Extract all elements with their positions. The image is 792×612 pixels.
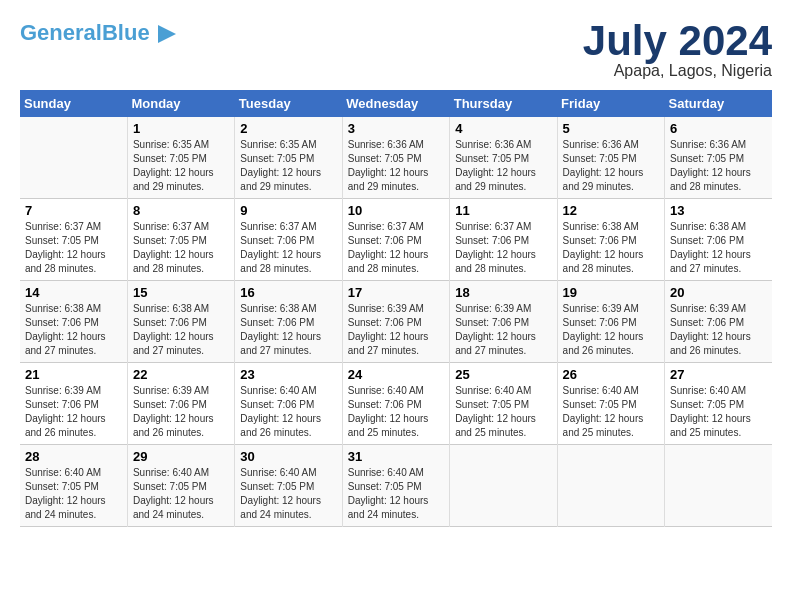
day-info: Sunrise: 6:40 AMSunset: 7:05 PMDaylight:… — [25, 466, 122, 522]
day-info: Sunrise: 6:40 AMSunset: 7:05 PMDaylight:… — [455, 384, 551, 440]
day-number: 17 — [348, 285, 444, 300]
calendar-week-row: 28Sunrise: 6:40 AMSunset: 7:05 PMDayligh… — [20, 445, 772, 527]
day-info: Sunrise: 6:38 AMSunset: 7:06 PMDaylight:… — [25, 302, 122, 358]
day-number: 7 — [25, 203, 122, 218]
day-info: Sunrise: 6:36 AMSunset: 7:05 PMDaylight:… — [348, 138, 444, 194]
day-info: Sunrise: 6:36 AMSunset: 7:05 PMDaylight:… — [455, 138, 551, 194]
day-number: 25 — [455, 367, 551, 382]
day-number: 12 — [563, 203, 659, 218]
calendar-cell: 11Sunrise: 6:37 AMSunset: 7:06 PMDayligh… — [450, 199, 557, 281]
calendar-week-row: 14Sunrise: 6:38 AMSunset: 7:06 PMDayligh… — [20, 281, 772, 363]
calendar-cell: 27Sunrise: 6:40 AMSunset: 7:05 PMDayligh… — [665, 363, 772, 445]
day-info: Sunrise: 6:37 AMSunset: 7:06 PMDaylight:… — [240, 220, 336, 276]
day-number: 16 — [240, 285, 336, 300]
logo-text: GeneralBlue — [20, 20, 176, 46]
weekday-header: Thursday — [450, 90, 557, 117]
calendar-cell: 6Sunrise: 6:36 AMSunset: 7:05 PMDaylight… — [665, 117, 772, 199]
calendar-cell: 31Sunrise: 6:40 AMSunset: 7:05 PMDayligh… — [342, 445, 449, 527]
day-info: Sunrise: 6:40 AMSunset: 7:05 PMDaylight:… — [133, 466, 229, 522]
day-info: Sunrise: 6:40 AMSunset: 7:05 PMDaylight:… — [240, 466, 336, 522]
weekday-header: Sunday — [20, 90, 127, 117]
day-info: Sunrise: 6:38 AMSunset: 7:06 PMDaylight:… — [670, 220, 767, 276]
calendar-cell: 10Sunrise: 6:37 AMSunset: 7:06 PMDayligh… — [342, 199, 449, 281]
day-number: 13 — [670, 203, 767, 218]
day-info: Sunrise: 6:37 AMSunset: 7:05 PMDaylight:… — [25, 220, 122, 276]
day-number: 4 — [455, 121, 551, 136]
day-info: Sunrise: 6:40 AMSunset: 7:05 PMDaylight:… — [670, 384, 767, 440]
logo: GeneralBlue — [20, 20, 176, 46]
day-info: Sunrise: 6:40 AMSunset: 7:06 PMDaylight:… — [348, 384, 444, 440]
calendar-cell: 17Sunrise: 6:39 AMSunset: 7:06 PMDayligh… — [342, 281, 449, 363]
calendar-cell: 29Sunrise: 6:40 AMSunset: 7:05 PMDayligh… — [127, 445, 234, 527]
logo-general: General — [20, 20, 102, 45]
day-info: Sunrise: 6:40 AMSunset: 7:05 PMDaylight:… — [348, 466, 444, 522]
calendar-cell: 28Sunrise: 6:40 AMSunset: 7:05 PMDayligh… — [20, 445, 127, 527]
calendar-cell: 5Sunrise: 6:36 AMSunset: 7:05 PMDaylight… — [557, 117, 664, 199]
day-info: Sunrise: 6:39 AMSunset: 7:06 PMDaylight:… — [670, 302, 767, 358]
day-number: 5 — [563, 121, 659, 136]
calendar-cell — [450, 445, 557, 527]
weekday-row: SundayMondayTuesdayWednesdayThursdayFrid… — [20, 90, 772, 117]
day-number: 1 — [133, 121, 229, 136]
calendar-week-row: 1Sunrise: 6:35 AMSunset: 7:05 PMDaylight… — [20, 117, 772, 199]
day-info: Sunrise: 6:35 AMSunset: 7:05 PMDaylight:… — [133, 138, 229, 194]
day-number: 6 — [670, 121, 767, 136]
calendar-cell: 21Sunrise: 6:39 AMSunset: 7:06 PMDayligh… — [20, 363, 127, 445]
calendar-cell: 9Sunrise: 6:37 AMSunset: 7:06 PMDaylight… — [235, 199, 342, 281]
calendar-cell: 24Sunrise: 6:40 AMSunset: 7:06 PMDayligh… — [342, 363, 449, 445]
calendar-cell: 18Sunrise: 6:39 AMSunset: 7:06 PMDayligh… — [450, 281, 557, 363]
day-info: Sunrise: 6:38 AMSunset: 7:06 PMDaylight:… — [240, 302, 336, 358]
day-info: Sunrise: 6:38 AMSunset: 7:06 PMDaylight:… — [133, 302, 229, 358]
weekday-header: Saturday — [665, 90, 772, 117]
weekday-header: Wednesday — [342, 90, 449, 117]
calendar-cell — [557, 445, 664, 527]
calendar-cell: 15Sunrise: 6:38 AMSunset: 7:06 PMDayligh… — [127, 281, 234, 363]
day-info: Sunrise: 6:40 AMSunset: 7:06 PMDaylight:… — [240, 384, 336, 440]
day-info: Sunrise: 6:39 AMSunset: 7:06 PMDaylight:… — [25, 384, 122, 440]
calendar-cell: 26Sunrise: 6:40 AMSunset: 7:05 PMDayligh… — [557, 363, 664, 445]
calendar-week-row: 7Sunrise: 6:37 AMSunset: 7:05 PMDaylight… — [20, 199, 772, 281]
svg-marker-0 — [158, 25, 176, 43]
title-area: July 2024 Apapa, Lagos, Nigeria — [583, 20, 772, 80]
day-info: Sunrise: 6:39 AMSunset: 7:06 PMDaylight:… — [455, 302, 551, 358]
calendar-table: SundayMondayTuesdayWednesdayThursdayFrid… — [20, 90, 772, 527]
location: Apapa, Lagos, Nigeria — [583, 62, 772, 80]
calendar-cell: 13Sunrise: 6:38 AMSunset: 7:06 PMDayligh… — [665, 199, 772, 281]
day-number: 21 — [25, 367, 122, 382]
calendar-cell: 30Sunrise: 6:40 AMSunset: 7:05 PMDayligh… — [235, 445, 342, 527]
calendar-cell — [20, 117, 127, 199]
day-info: Sunrise: 6:38 AMSunset: 7:06 PMDaylight:… — [563, 220, 659, 276]
calendar-cell: 3Sunrise: 6:36 AMSunset: 7:05 PMDaylight… — [342, 117, 449, 199]
header: GeneralBlue July 2024 Apapa, Lagos, Nige… — [20, 20, 772, 80]
calendar-cell: 19Sunrise: 6:39 AMSunset: 7:06 PMDayligh… — [557, 281, 664, 363]
calendar-cell: 4Sunrise: 6:36 AMSunset: 7:05 PMDaylight… — [450, 117, 557, 199]
day-info: Sunrise: 6:40 AMSunset: 7:05 PMDaylight:… — [563, 384, 659, 440]
weekday-header: Friday — [557, 90, 664, 117]
day-info: Sunrise: 6:36 AMSunset: 7:05 PMDaylight:… — [563, 138, 659, 194]
day-number: 30 — [240, 449, 336, 464]
day-number: 18 — [455, 285, 551, 300]
day-number: 31 — [348, 449, 444, 464]
day-number: 24 — [348, 367, 444, 382]
day-number: 15 — [133, 285, 229, 300]
logo-icon — [158, 25, 176, 43]
day-number: 9 — [240, 203, 336, 218]
day-info: Sunrise: 6:39 AMSunset: 7:06 PMDaylight:… — [133, 384, 229, 440]
day-number: 3 — [348, 121, 444, 136]
day-number: 20 — [670, 285, 767, 300]
day-number: 26 — [563, 367, 659, 382]
calendar-cell: 12Sunrise: 6:38 AMSunset: 7:06 PMDayligh… — [557, 199, 664, 281]
day-number: 2 — [240, 121, 336, 136]
calendar-cell: 20Sunrise: 6:39 AMSunset: 7:06 PMDayligh… — [665, 281, 772, 363]
calendar-cell: 23Sunrise: 6:40 AMSunset: 7:06 PMDayligh… — [235, 363, 342, 445]
weekday-header: Monday — [127, 90, 234, 117]
calendar-cell: 16Sunrise: 6:38 AMSunset: 7:06 PMDayligh… — [235, 281, 342, 363]
calendar-cell — [665, 445, 772, 527]
day-info: Sunrise: 6:35 AMSunset: 7:05 PMDaylight:… — [240, 138, 336, 194]
day-number: 11 — [455, 203, 551, 218]
calendar-header: SundayMondayTuesdayWednesdayThursdayFrid… — [20, 90, 772, 117]
day-number: 10 — [348, 203, 444, 218]
calendar-body: 1Sunrise: 6:35 AMSunset: 7:05 PMDaylight… — [20, 117, 772, 527]
calendar-cell: 14Sunrise: 6:38 AMSunset: 7:06 PMDayligh… — [20, 281, 127, 363]
day-number: 22 — [133, 367, 229, 382]
